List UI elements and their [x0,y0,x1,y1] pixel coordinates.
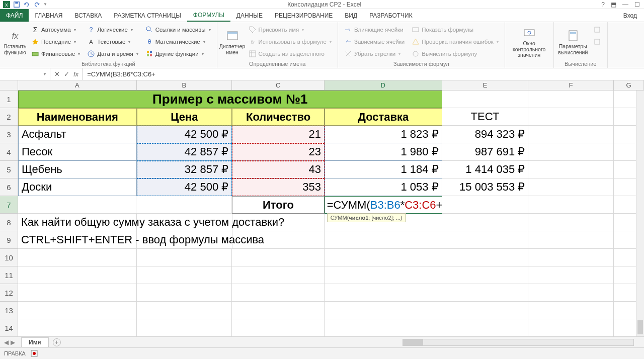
ribbon-display-icon[interactable]: ⬒ [611,1,616,8]
cell-a1-merged[interactable]: Пример с массивом №1 [18,90,442,108]
vertical-scrollbar[interactable] [636,90,644,336]
tab-review[interactable]: РЕЦЕНЗИРОВАНИЕ [269,9,339,22]
row-header[interactable]: 10 [0,249,18,266]
recent-button[interactable]: Последние▾ [29,36,82,47]
name-manager-button[interactable]: Диспетчер имен [221,24,244,60]
cell-c3[interactable]: 21 [232,126,325,143]
save-icon[interactable] [13,1,20,8]
sheet-tab[interactable]: Имя [21,337,49,347]
cell-a4[interactable]: Песок [18,143,137,161]
datetime-button[interactable]: Дата и время▾ [85,48,140,59]
redo-icon[interactable] [33,1,40,8]
tab-view[interactable]: ВИД [339,9,363,22]
row-header[interactable]: 2 [0,108,18,126]
row-header[interactable]: 5 [0,161,18,178]
row-header[interactable]: 4 [0,143,18,161]
cell-a7[interactable] [18,196,137,214]
cell-e7[interactable] [442,196,529,214]
row-header[interactable]: 14 [0,319,18,337]
row-header[interactable]: 11 [0,266,18,284]
cell-b6[interactable]: 42 500 ₽ [137,178,232,196]
calc-options-button[interactable]: Параметры вычислений [558,24,588,60]
cell-f2[interactable] [528,108,614,126]
calc-sheet-button[interactable] [591,36,603,47]
col-header-d[interactable]: D [325,80,442,90]
scrollbar-thumb[interactable] [637,320,643,334]
cell-a5[interactable]: Щебень [18,161,137,178]
cell-e4[interactable]: 987 691 ₽ [442,143,529,161]
row-header[interactable]: 6 [0,178,18,196]
cell-d7-editing[interactable]: =СУММ(B3:B6*C3:C6+ СУММ(число1; [число2]… [325,196,442,214]
cancel-edit-icon[interactable]: ✕ [54,70,60,78]
tab-page-layout[interactable]: РАЗМЕТКА СТРАНИЦЫ [108,9,187,22]
lookup-button[interactable]: Ссылки и массивы▾ [143,24,213,35]
remove-arrows-button[interactable]: Убрать стрелки▾ [342,48,407,59]
use-in-formula-button[interactable]: fxИспользовать в формуле▾ [247,36,334,47]
more-fn-button[interactable]: Другие функции▾ [143,48,213,59]
cell-d6[interactable]: 1 053 ₽ [325,178,442,196]
define-name-button[interactable]: Присвоить имя▾ [247,24,334,35]
row-header[interactable]: 8 [0,214,18,231]
cell-e1[interactable] [442,90,529,108]
row-header[interactable]: 9 [0,231,18,249]
autosum-button[interactable]: ΣАвтосумма▾ [29,24,82,35]
cell-b4[interactable]: 42 857 ₽ [137,143,232,161]
add-sheet-button[interactable]: + [53,338,61,346]
col-header-f[interactable]: F [528,80,614,90]
col-header-g[interactable]: G [614,80,644,90]
tab-insert[interactable]: ВСТАВКА [68,9,108,22]
select-all-corner[interactable] [0,80,18,90]
cell-e5[interactable]: 1 414 035 ₽ [442,161,529,178]
cell-b5[interactable]: 32 857 ₽ [137,161,232,178]
watch-window-button[interactable]: Окно контрольного значения [509,24,549,60]
error-check-button[interactable]: Проверка наличия ошибок▾ [410,36,500,47]
trace-precedents-button[interactable]: Влияющие ячейки [342,24,407,35]
cell-b2[interactable]: Цена [137,108,232,126]
cell-c7[interactable]: Итого [232,196,325,214]
sheet-nav-next-icon[interactable]: ▶ [11,339,15,346]
col-header-b[interactable]: B [137,80,232,90]
row-header[interactable]: 3 [0,126,18,143]
cell-c6[interactable]: 353 [232,178,325,196]
horizontal-scrollbar[interactable] [61,339,644,346]
cell-a8[interactable]: Как найти общую сумму заказа с учетом до… [18,214,137,231]
logical-button[interactable]: ?Логические▾ [85,24,140,35]
tab-home[interactable]: ГЛАВНАЯ [29,9,68,22]
cell-d2[interactable]: Доставка [325,108,442,126]
cell-b7[interactable] [136,196,232,214]
insert-function-button[interactable]: fx Вставить функцию [4,24,26,60]
col-header-c[interactable]: C [232,80,325,90]
cell-d5[interactable]: 1 184 ₽ [325,161,442,178]
cell-c2[interactable]: Количество [232,108,325,126]
macro-record-icon[interactable] [31,350,38,357]
undo-icon[interactable] [23,1,30,8]
qat-dropdown-icon[interactable]: ▼ [43,2,47,7]
help-icon[interactable]: ? [601,1,605,8]
fx-button-icon[interactable]: fx [73,70,78,78]
row-header[interactable]: 12 [0,284,18,302]
create-from-selection-button[interactable]: Создать из выделенного [247,48,334,59]
confirm-edit-icon[interactable]: ✓ [64,70,69,78]
spreadsheet-grid[interactable]: A B C D E F G 1 Пример с массивом №1 2 Н… [0,80,644,337]
sheet-nav-prev-icon[interactable]: ◀ [4,339,9,346]
cell-c5[interactable]: 43 [232,161,325,178]
tab-formulas[interactable]: ФОРМУЛЫ [187,9,230,22]
row-header[interactable]: 7 [0,196,18,214]
cell-e3[interactable]: 894 323 ₽ [442,126,529,143]
col-header-e[interactable]: E [442,80,529,90]
math-button[interactable]: θМатематические▾ [143,36,213,47]
name-box[interactable]: ▼ [0,68,50,80]
cell-c4[interactable]: 23 [232,143,325,161]
cell-a6[interactable]: Доски [18,178,137,196]
trace-dependents-button[interactable]: Зависимые ячейки [342,36,407,47]
tab-developer[interactable]: РАЗРАБОТЧИК [363,9,419,22]
chevron-down-icon[interactable]: ▼ [43,72,47,76]
cell-e2[interactable]: ТЕСТ [442,108,529,126]
minimize-icon[interactable]: — [622,1,628,8]
cell-d4[interactable]: 1 980 ₽ [325,143,442,161]
show-formulas-button[interactable]: Показать формулы [410,24,500,35]
cell-d3[interactable]: 1 823 ₽ [325,126,442,143]
cell-e6[interactable]: 15 003 553 ₽ [442,178,529,196]
cell-a9[interactable]: CTRL+SHIFT+ENTER - ввод формулы массива [18,231,137,249]
financial-button[interactable]: Финансовые▾ [29,48,82,59]
